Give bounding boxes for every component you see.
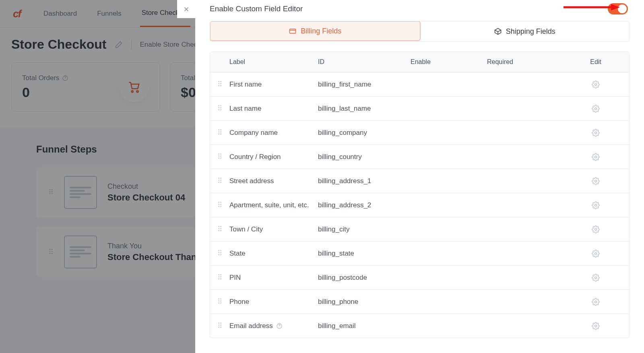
col-required: Required — [487, 58, 580, 66]
table-row: ⠿Statebilling_state — [210, 241, 629, 265]
edit-field-button[interactable] — [580, 274, 612, 282]
gear-icon — [592, 201, 600, 209]
tab-label: Shipping Fields — [506, 27, 555, 36]
svg-point-13 — [595, 252, 597, 254]
table-row: ⠿First namebilling_first_name — [210, 72, 629, 96]
col-edit: Edit — [580, 58, 612, 66]
edit-field-button[interactable] — [580, 250, 612, 258]
field-id: billing_country — [318, 153, 411, 161]
package-icon — [494, 27, 502, 35]
gear-icon — [592, 105, 600, 113]
field-id: billing_first_name — [318, 81, 411, 89]
edit-field-button[interactable] — [580, 298, 612, 306]
gear-icon — [592, 129, 600, 137]
svg-point-9 — [595, 156, 597, 158]
table-row: ⠿PINbilling_postcode — [210, 265, 629, 289]
svg-point-12 — [595, 228, 597, 230]
field-label: State — [229, 250, 246, 258]
field-id: billing_company — [318, 129, 411, 137]
table-row: ⠿Last namebilling_last_name — [210, 96, 629, 120]
gear-icon — [592, 153, 600, 161]
close-icon — [183, 6, 190, 13]
field-label: First name — [229, 81, 262, 89]
edit-field-button[interactable] — [580, 105, 612, 113]
table-row: ⠿Phonebilling_phone — [210, 289, 629, 314]
table-row: ⠿Company namebilling_company — [210, 120, 629, 145]
edit-field-button[interactable] — [580, 201, 612, 209]
master-toggle[interactable] — [608, 3, 628, 14]
field-tabs: Billing Fields Shipping Fields — [210, 21, 630, 42]
fields-table: Label ID Enable Required Edit ⠿First nam… — [210, 52, 630, 338]
tab-billing-fields[interactable]: Billing Fields — [210, 21, 421, 41]
field-id: billing_phone — [318, 298, 411, 306]
gear-icon — [592, 225, 600, 233]
table-header: Label ID Enable Required Edit — [210, 52, 629, 72]
panel-title: Enable Custom Field Editor — [210, 4, 303, 13]
field-label: PIN — [229, 274, 241, 282]
edit-field-button[interactable] — [580, 129, 612, 137]
edit-field-button[interactable] — [580, 177, 612, 185]
drag-handle-icon[interactable]: ⠿ — [210, 273, 229, 282]
wallet-icon — [289, 27, 297, 35]
drag-handle-icon[interactable]: ⠿ — [210, 128, 229, 137]
field-id: billing_state — [318, 250, 411, 258]
table-row: ⠿Street addressbilling_address_1 — [210, 169, 629, 193]
col-enable: Enable — [411, 58, 487, 66]
svg-point-11 — [595, 204, 597, 206]
field-id: billing_address_2 — [318, 201, 411, 209]
close-button[interactable] — [177, 0, 195, 18]
drag-handle-icon[interactable]: ⠿ — [210, 80, 229, 89]
field-label: Phone — [229, 298, 249, 306]
field-label: Town / City — [229, 225, 263, 233]
field-label: Apartment, suite, unit, etc. — [229, 201, 309, 209]
svg-point-10 — [595, 180, 597, 182]
field-editor-panel: Enable Custom Field Editor Billing Field… — [195, 0, 644, 353]
gear-icon — [592, 298, 600, 306]
gear-icon — [592, 274, 600, 282]
drag-handle-icon[interactable]: ⠿ — [210, 177, 229, 185]
svg-point-14 — [595, 277, 597, 279]
help-icon[interactable] — [276, 323, 283, 329]
edit-field-button[interactable] — [580, 153, 612, 161]
field-label: Street address — [229, 177, 274, 185]
table-row: ⠿Apartment, suite, unit, etc.billing_add… — [210, 193, 629, 217]
gear-icon — [592, 322, 600, 330]
edit-field-button[interactable] — [580, 322, 612, 330]
svg-point-6 — [595, 83, 597, 85]
field-label: Company name — [229, 129, 278, 137]
gear-icon — [592, 250, 600, 258]
field-label: Email address — [229, 322, 273, 330]
table-row: ⠿Town / Citybilling_city — [210, 217, 629, 241]
edit-field-button[interactable] — [580, 81, 612, 89]
col-id: ID — [318, 58, 411, 66]
drag-handle-icon[interactable]: ⠿ — [210, 225, 229, 233]
svg-point-7 — [595, 107, 597, 109]
svg-rect-5 — [290, 29, 296, 33]
drag-handle-icon[interactable]: ⠿ — [210, 201, 229, 209]
edit-field-button[interactable] — [580, 225, 612, 233]
col-label: Label — [229, 58, 318, 66]
gear-icon — [592, 177, 600, 185]
field-label: Country / Region — [229, 153, 281, 161]
drag-handle-icon[interactable]: ⠿ — [210, 297, 229, 306]
gear-icon — [592, 81, 600, 89]
field-id: billing_last_name — [318, 105, 411, 113]
drag-handle-icon[interactable]: ⠿ — [210, 322, 229, 330]
drag-handle-icon[interactable]: ⠿ — [210, 104, 229, 113]
field-id: billing_city — [318, 225, 411, 233]
field-id: billing_postcode — [318, 274, 411, 282]
table-row: ⠿Country / Regionbilling_country — [210, 145, 629, 169]
field-label: Last name — [229, 105, 261, 113]
svg-point-17 — [595, 325, 597, 327]
svg-point-8 — [595, 132, 597, 134]
tab-label: Billing Fields — [301, 27, 341, 35]
svg-point-15 — [595, 301, 597, 303]
field-id: billing_address_1 — [318, 177, 411, 185]
drag-handle-icon[interactable]: ⠿ — [210, 153, 229, 161]
field-id: billing_email — [318, 322, 411, 330]
drag-handle-icon[interactable]: ⠿ — [210, 249, 229, 258]
table-row: ⠿Email addressbilling_email — [210, 314, 629, 338]
tab-shipping-fields[interactable]: Shipping Fields — [420, 21, 630, 41]
